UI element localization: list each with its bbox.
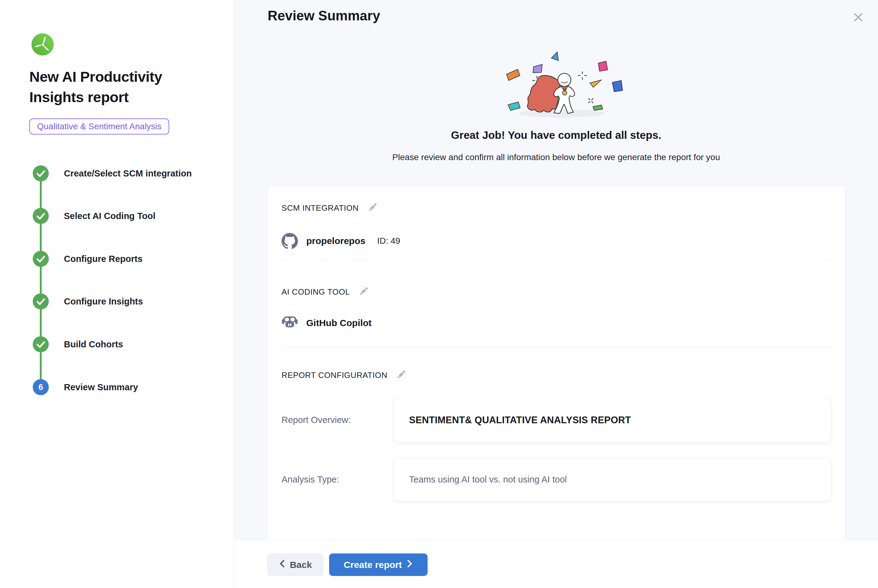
copilot-icon [281,315,298,332]
back-button-label: Back [290,560,312,570]
step-review-summary-active[interactable]: 6 Review Summary [33,379,138,395]
analysis-type-value-box: Teams using AI tool vs. not using AI too… [393,458,831,501]
step-2-check-icon [33,208,49,224]
create-report-button[interactable]: Create report [329,554,428,576]
scm-integration-label: SCM INTEGRATION [281,203,359,213]
pencil-icon [395,369,407,382]
step-1-label: Create/Select SCM integration [64,168,192,178]
wizard-sidebar: New AI Productivity Insights report Qual… [0,0,234,588]
step-4-check-icon [33,293,49,309]
page-title: Review Summary [268,8,380,24]
ai-coding-tool-name: GitHub Copilot [306,318,372,328]
congrats-subtitle: Please review and confirm all informatio… [234,152,878,162]
step-build-cohorts[interactable]: Build Cohorts [33,336,123,352]
edit-ai-coding-tool-button[interactable] [358,286,370,298]
create-report-button-label: Create report [344,560,401,570]
congrats-title: Great Job! You have completed all steps. [234,129,878,141]
step-5-label: Build Cohorts [64,339,123,350]
step-select-ai-coding-tool[interactable]: Select AI Coding Tool [33,208,155,224]
edit-scm-integration-button[interactable] [367,202,379,214]
step-3-label: Configure Reports [64,254,143,264]
edit-report-configuration-button[interactable] [395,369,407,381]
report-configuration-label: REPORT CONFIGURATION [281,370,388,380]
step-create-select-scm-integration[interactable]: Create/Select SCM integration [33,165,192,182]
scm-integration-id: ID: 49 [377,236,400,246]
analysis-type-value: Teams using AI tool vs. not using AI too… [409,474,567,484]
celebration-illustration [490,46,633,123]
pencil-icon [358,285,370,298]
chevron-left-icon [279,559,286,570]
close-button[interactable] [851,10,866,25]
ai-coding-tool-row: GitHub Copilot [281,314,383,332]
report-overview-value: SENTIMENT& QUALITATIVE ANALYSIS REPORT [409,415,631,426]
step-6-label: Review Summary [64,382,138,392]
step-configure-insights[interactable]: Configure Insights [33,293,143,309]
step-configure-reports[interactable]: Configure Reports [33,251,143,267]
step-1-check-icon [33,165,49,182]
stepper-connector [40,173,42,387]
divider [281,347,831,347]
report-overview-row: Report Overview: SENTIMENT& QUALITATIVE … [281,398,831,442]
step-5-check-icon [33,336,49,352]
report-overview-value-box: SENTIMENT& QUALITATIVE ANALYSIS REPORT [393,398,831,442]
summary-card: SCM INTEGRATION propelorepos ID: 49 AI [267,186,846,544]
close-icon [852,11,864,25]
scm-integration-name: propelorepos [306,236,365,246]
github-octocat-icon [281,233,298,249]
step-3-check-icon [33,251,49,267]
analysis-type-row: Analysis Type: Teams using AI tool vs. n… [281,458,831,501]
step-6-number-badge: 6 [33,379,49,395]
report-overview-label: Report Overview: [281,415,393,425]
wizard-stepper: Create/Select SCM integration Select AI … [0,0,234,432]
back-button[interactable]: Back [267,554,323,576]
ai-coding-tool-label: AI CODING TOOL [281,287,350,297]
step-4-label: Configure Insights [64,297,143,307]
chevron-right-icon [406,559,413,570]
scm-integration-row: propelorepos ID: 49 [281,232,400,250]
pencil-icon [367,201,379,214]
analysis-type-label: Analysis Type: [281,474,393,484]
review-summary-screen: New AI Productivity Insights report Qual… [0,0,878,588]
step-2-label: Select AI Coding Tool [64,211,155,221]
